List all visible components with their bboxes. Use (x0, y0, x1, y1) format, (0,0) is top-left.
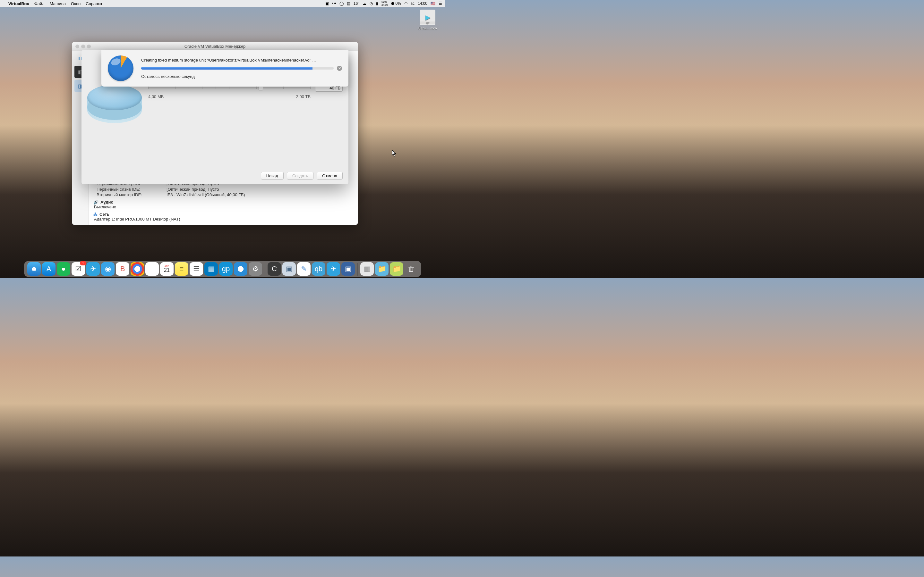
dock-reminders[interactable]: ☑ (71, 262, 85, 276)
dock-telegram-2[interactable]: ✈ (326, 262, 340, 276)
create-button: Создать (287, 172, 313, 179)
dock-notes[interactable]: ≡ (175, 262, 188, 276)
dock-tweetbot[interactable]: ◉ (101, 262, 115, 276)
dock-chrome[interactable] (131, 262, 144, 276)
dock-calendar[interactable]: АПР21 (160, 262, 174, 276)
dock-separator (265, 263, 265, 276)
progress-dialog: Creating fixed medium storage unit '/Use… (102, 50, 349, 87)
clock-icon[interactable]: ◷ (370, 1, 373, 6)
audio-status: Выключено (94, 205, 353, 210)
size-slider[interactable] (148, 87, 310, 89)
status-icon[interactable]: ▤ (347, 1, 351, 6)
dock-stack[interactable]: ▥ (360, 262, 374, 276)
detail-value: IE8 - Win7-disk1.vdi (Обычный, 40,00 ГБ) (166, 192, 245, 197)
cancel-button[interactable]: Отмена (317, 172, 342, 179)
dock-photos[interactable]: ✿ (145, 262, 159, 276)
window-titlebar[interactable]: Oracle VM VirtualBox Менеджер (72, 42, 358, 51)
menu-help[interactable]: Справка (86, 1, 102, 6)
progress-bar (141, 67, 334, 69)
dock-todo[interactable]: ☰ (190, 262, 203, 276)
dock-freeform[interactable]: ✎ (297, 262, 310, 276)
dock: ☻ A ● ☑ ✈ ◉ B ✿ АПР21 ≡ ☰ ▦ gp ✦ ⚙ C ▣ ✎… (24, 261, 421, 277)
flag-icon[interactable]: 🇺🇸 (431, 1, 435, 6)
dock-separator (357, 263, 358, 276)
status-time[interactable]: 14:00 (418, 1, 427, 6)
dock-settings[interactable]: ⚙ (249, 262, 262, 276)
audio-icon: 🔊 (94, 200, 99, 205)
dock-spotify[interactable]: ● (57, 262, 70, 276)
network-section-header[interactable]: 🖧 Сеть (94, 212, 353, 217)
status-battery-detail: 62%2450 (381, 1, 388, 6)
audio-section-header[interactable]: 🔊 Аудио (94, 200, 353, 205)
dock-safari[interactable]: ✦ (234, 262, 247, 276)
dock-folder[interactable]: 📁 (390, 262, 403, 276)
progress-title: Creating fixed medium storage unit '/Use… (141, 58, 342, 63)
dock-downloads[interactable]: 📁 (375, 262, 389, 276)
menu-window[interactable]: Окно (71, 1, 81, 6)
progress-remaining: Осталось несколько секунд (141, 74, 342, 79)
detail-label: Первичный слэйв IDE: (97, 187, 161, 192)
dock-appstore[interactable]: A (42, 262, 55, 276)
status-icon[interactable]: ••• (332, 1, 336, 6)
dock-app-c[interactable]: C (268, 262, 281, 276)
menubar-left: VirtualBox Файл Машина Окно Справка (3, 1, 102, 6)
cursor-icon (392, 150, 397, 156)
app-name[interactable]: VirtualBox (8, 1, 29, 6)
window-title: Oracle VM VirtualBox Менеджер (72, 44, 358, 49)
menubar-right: ▣ ••• ◯ ▤ 16° ☁ ◷ ▮ 62%2450 ⬢ 0% ◠ вс 14… (325, 1, 442, 6)
status-icon[interactable]: ◯ (339, 1, 344, 6)
dock-virtualbox[interactable]: ▣ (341, 262, 355, 276)
progress-pie-icon (108, 55, 134, 81)
quicktime-file-icon: ▶ (420, 10, 435, 25)
progress-cancel-button[interactable]: ✕ (337, 66, 342, 71)
slider-max-label: 2,00 ТБ (296, 94, 310, 99)
dock-app-gp[interactable]: gp (219, 262, 233, 276)
status-icon[interactable]: ▣ (325, 1, 329, 6)
dock-preview[interactable]: ▣ (282, 262, 296, 276)
status-day[interactable]: вс (411, 1, 415, 6)
back-button[interactable]: Назад (261, 172, 284, 179)
status-temperature[interactable]: 16° (354, 1, 359, 6)
network-icon: 🖧 (94, 212, 97, 217)
dock-telegram[interactable]: ✈ (86, 262, 100, 276)
menubar: VirtualBox Файл Машина Окно Справка ▣ ••… (0, 0, 445, 7)
wifi-icon[interactable]: ◠ (404, 1, 407, 6)
desktop-file[interactable]: ▶ Запи....mov (418, 10, 437, 30)
detail-value: [Оптический привод] Пусто (166, 187, 219, 192)
network-adapter: Адаптер 1: Intel PRO/1000 MT Desktop (NA… (94, 217, 353, 221)
dock-finder[interactable]: ☻ (27, 262, 41, 276)
dropbox-icon[interactable]: ⬢ 0% (391, 1, 401, 6)
menu-extras-icon[interactable]: ☰ (439, 1, 442, 6)
desktop-file-name: Запи....mov (418, 26, 437, 30)
dock-qbittorrent[interactable]: qb (312, 262, 325, 276)
dock-trello[interactable]: ▦ (204, 262, 218, 276)
menu-machine[interactable]: Машина (50, 1, 66, 6)
battery-icon[interactable]: ▮ (376, 1, 378, 6)
cloud-icon[interactable]: ☁ (363, 1, 367, 6)
menu-file[interactable]: Файл (34, 1, 45, 6)
dock-trash[interactable]: 🗑 (405, 262, 418, 276)
slider-min-label: 4,00 МБ (148, 94, 164, 99)
dock-bear[interactable]: B (116, 262, 129, 276)
detail-label: Вторичный мастер IDE: (97, 192, 161, 197)
